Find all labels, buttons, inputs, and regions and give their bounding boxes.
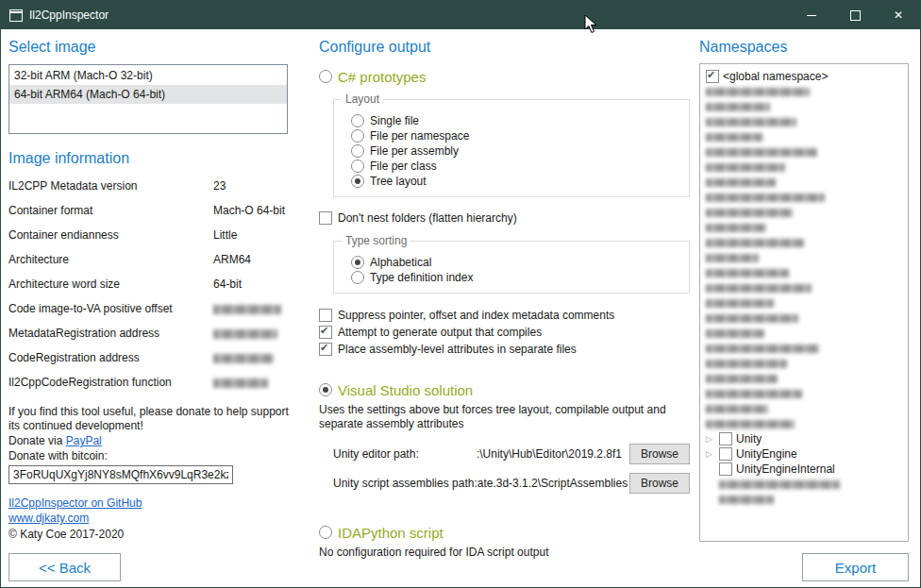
option-flatten-hierarchy[interactable]: Don't nest folders (flatten hierarchy) <box>319 210 696 226</box>
csharp-radio[interactable] <box>319 70 332 83</box>
namespace-checkbox[interactable] <box>719 462 732 476</box>
namespace-item <box>706 371 906 386</box>
redacted-namespace <box>706 269 789 277</box>
option-alphabetical[interactable]: Alphabetical <box>351 255 679 270</box>
expand-icon[interactable]: ▷ <box>706 431 715 446</box>
redacted-namespace <box>706 103 770 111</box>
namespace-list[interactable]: <global namespace>▷Unity▷UnityEngineUnit… <box>699 63 909 542</box>
unity-editor-path-label: Unity editor path: <box>333 447 419 461</box>
paypal-link[interactable]: PayPal <box>66 434 102 447</box>
idapython-label: IDAPython script <box>338 525 444 541</box>
close-button[interactable]: ✕ <box>877 1 920 29</box>
idapython-radio[interactable] <box>319 526 332 539</box>
website-link[interactable]: www.djkaty.com <box>8 512 89 525</box>
title-bar: Il2CppInspector ✕ <box>1 1 920 29</box>
option-output-compiles[interactable]: Attempt to generate output that compiles <box>319 324 696 341</box>
unity-script-browse-button[interactable]: Browse <box>629 473 690 494</box>
output-compiles-label: Attempt to generate output that compiles <box>338 326 542 339</box>
option-file-per-assembly[interactable]: File per assembly <box>351 143 679 159</box>
alphabetical-radio[interactable] <box>351 256 364 269</box>
minimize-button[interactable] <box>790 1 833 29</box>
namespace-label: Unity <box>736 432 762 445</box>
file-per-namespace-label: File per namespace <box>370 129 469 143</box>
info-row: CodeRegistration address <box>8 351 293 376</box>
single-file-radio[interactable] <box>351 114 364 127</box>
namespace-item <box>706 492 906 507</box>
namespaces-title: Namespaces <box>699 39 911 56</box>
info-row-value: ARM64 <box>213 253 293 277</box>
redacted-namespace <box>706 314 798 323</box>
redacted-namespace <box>706 284 812 293</box>
option-single-file[interactable]: Single file <box>351 113 679 128</box>
redacted-namespace <box>719 480 840 489</box>
type-sorting-groupbox: Type sorting Alphabetical Type definitio… <box>333 241 690 294</box>
namespace-label: UnityEngineInternal <box>736 462 835 476</box>
file-per-class-radio[interactable] <box>351 160 364 173</box>
info-row-label: Container format <box>8 204 213 228</box>
option-idapython-script[interactable]: IDAPython script <box>319 523 696 542</box>
redacted-namespace <box>706 178 776 187</box>
image-list-item[interactable]: 32-bit ARM (Mach-O 32-bit) <box>9 66 287 85</box>
option-tree-layout[interactable]: Tree layout <box>351 174 679 189</box>
redacted-namespace <box>706 224 766 232</box>
flatten-label: Don't nest folders (flatten hierarchy) <box>338 211 517 225</box>
option-separate-attribute-files[interactable]: Place assembly-level attributes in separ… <box>319 341 696 358</box>
image-list[interactable]: 32-bit ARM (Mach-O 32-bit)64-bit ARM64 (… <box>8 64 288 134</box>
donate-bitcoin-label: Donate with bitcoin: <box>8 449 293 463</box>
option-csharp-prototypes[interactable]: C# prototypes <box>319 67 696 86</box>
copyright-text: © Katy Coe 2017-2020 <box>8 527 293 542</box>
layout-groupbox: Layout Single file File per namespace Fi… <box>333 99 690 197</box>
file-per-assembly-radio[interactable] <box>351 144 364 158</box>
option-file-per-namespace[interactable]: File per namespace <box>351 128 679 143</box>
namespace-item[interactable]: UnityEngineInternal <box>706 462 906 477</box>
namespace-checkbox[interactable] <box>719 432 732 445</box>
namespace-item[interactable]: <global namespace> <box>706 69 906 84</box>
maximize-button[interactable] <box>833 1 877 29</box>
file-per-namespace-radio[interactable] <box>351 129 364 143</box>
info-row: ArchitectureARM64 <box>8 253 293 277</box>
namespaces-panel: Namespaces <global namespace>▷Unity▷Unit… <box>699 39 911 542</box>
info-row-label: CodeRegistration address <box>8 351 213 376</box>
unity-editor-browse-button[interactable]: Browse <box>629 444 690 464</box>
back-button[interactable]: << Back <box>8 553 121 581</box>
redacted-namespace <box>706 299 774 308</box>
namespace-item[interactable]: ▷Unity <box>706 431 906 446</box>
info-row-value: 23 <box>213 179 293 204</box>
alphabetical-label: Alphabetical <box>370 256 431 269</box>
separate-attributes-checkbox[interactable] <box>319 343 332 356</box>
image-list-item[interactable]: 64-bit ARM64 (Mach-O 64-bit) <box>9 85 287 104</box>
info-row-value <box>213 376 293 400</box>
unity-script-path-value: ate.3d-3.1.2\ScriptAssemblies <box>477 477 629 490</box>
type-definition-index-radio[interactable] <box>351 271 364 284</box>
expand-icon[interactable]: ▷ <box>706 446 715 462</box>
redacted-value <box>213 305 281 314</box>
info-row-label: Architecture <box>8 253 213 277</box>
option-suppress-metadata-comments[interactable]: Suppress pointer, offset and index metad… <box>319 307 696 324</box>
layout-group-label: Layout <box>342 92 383 106</box>
namespace-checkbox[interactable] <box>719 447 732 461</box>
namespace-item <box>706 356 906 371</box>
namespace-item <box>706 341 906 356</box>
namespace-item <box>706 280 906 295</box>
output-compiles-checkbox[interactable] <box>319 326 332 339</box>
tree-layout-radio[interactable] <box>351 175 364 188</box>
namespace-checkbox[interactable] <box>706 70 719 83</box>
info-row-label: Container endianness <box>8 228 213 253</box>
export-button[interactable]: Export <box>802 553 909 581</box>
namespace-item <box>706 386 906 401</box>
suppress-comments-checkbox[interactable] <box>319 309 332 322</box>
option-type-definition-index[interactable]: Type definition index <box>351 270 679 285</box>
vs-solution-radio[interactable] <box>319 383 332 396</box>
window-title: Il2CppInspector <box>29 8 109 22</box>
info-row: Il2CppCodeRegistration function <box>8 376 293 400</box>
namespace-item[interactable]: ▷UnityEngine <box>706 446 906 462</box>
option-file-per-class[interactable]: File per class <box>351 159 679 174</box>
flatten-checkbox[interactable] <box>319 211 332 225</box>
image-information-title: Image information <box>8 150 293 167</box>
bitcoin-address-input[interactable] <box>8 465 233 484</box>
redacted-namespace <box>706 405 768 413</box>
namespace-item <box>706 220 906 235</box>
namespace-item <box>706 265 906 280</box>
option-visual-studio-solution[interactable]: Visual Studio solution <box>319 380 696 399</box>
github-link[interactable]: Il2CppInspector on GitHub <box>8 496 142 510</box>
